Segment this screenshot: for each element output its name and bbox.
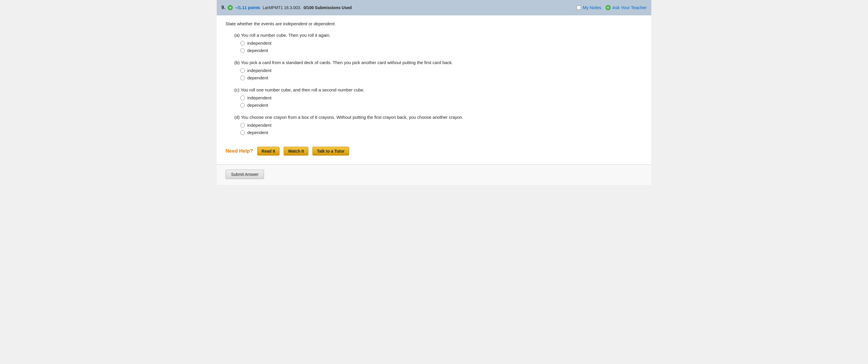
question-number: 9. — [221, 5, 225, 10]
ask-teacher-plus-icon: + — [606, 5, 611, 10]
page-wrapper: 9. + –/1.11 points LarMPMT1 16.3.003. 0/… — [217, 0, 651, 185]
sub-question-d: (d) You choose one crayon from a box of … — [225, 115, 643, 135]
radio-a-independent[interactable] — [240, 41, 245, 46]
submit-answer-button[interactable]: Submit Answer — [225, 170, 264, 179]
sub-question-a-text: (a) You roll a number cube. Then you rol… — [234, 33, 643, 38]
ask-teacher-button[interactable]: + Ask Your Teacher — [606, 5, 647, 10]
label-a-independent[interactable]: independent — [247, 40, 272, 46]
header-bar: 9. + –/1.11 points LarMPMT1 16.3.003. 0/… — [217, 0, 651, 15]
need-help-label: Need Help? — [225, 148, 253, 154]
label-d-dependent[interactable]: dependent — [247, 130, 268, 135]
submit-section: Submit Answer — [217, 165, 651, 185]
ask-teacher-label: Ask Your Teacher — [613, 5, 647, 10]
need-help-section: Need Help? Read It Watch It Talk to a Tu… — [225, 144, 643, 156]
watch-it-button[interactable]: Watch It — [284, 147, 308, 156]
submissions-text: 0/100 Submissions Used — [304, 5, 352, 10]
my-notes-button[interactable]: My Notes — [577, 5, 601, 10]
header-right: My Notes + Ask Your Teacher — [577, 5, 647, 10]
label-c-independent[interactable]: independent — [247, 95, 272, 100]
radio-c-independent[interactable] — [240, 95, 245, 100]
radio-b-dependent[interactable] — [240, 76, 245, 80]
radio-a-dependent[interactable] — [240, 48, 245, 53]
sub-question-b-text: (b) You pick a card from a standard deck… — [234, 60, 643, 65]
label-c-dependent[interactable]: dependent — [247, 103, 268, 108]
radio-option-d-dependent[interactable]: dependent — [234, 130, 643, 135]
label-a-dependent[interactable]: dependent — [247, 48, 268, 53]
radio-option-a-dependent[interactable]: dependent — [234, 48, 643, 53]
plus-icon: + — [227, 5, 233, 10]
content-area: State whether the events are independent… — [217, 15, 651, 164]
header-left: 9. + –/1.11 points LarMPMT1 16.3.003. 0/… — [221, 5, 352, 10]
problem-id: LarMPMT1 16.3.003. — [262, 5, 301, 10]
notes-checkbox-icon — [577, 6, 581, 10]
sub-question-a: (a) You roll a number cube. Then you rol… — [225, 33, 643, 53]
radio-option-b-independent[interactable]: independent — [234, 68, 643, 73]
label-b-dependent[interactable]: dependent — [247, 75, 268, 80]
label-d-independent[interactable]: independent — [247, 122, 272, 128]
radio-option-a-independent[interactable]: independent — [234, 40, 643, 46]
radio-d-dependent[interactable] — [240, 130, 245, 135]
radio-option-b-dependent[interactable]: dependent — [234, 75, 643, 80]
read-it-button[interactable]: Read It — [257, 147, 280, 156]
talk-to-tutor-button[interactable]: Talk to a Tutor — [312, 147, 349, 156]
points-text: –/1.11 points — [235, 5, 260, 10]
radio-c-dependent[interactable] — [240, 103, 245, 108]
sub-question-c: (c) You roll one number cube, and then r… — [225, 87, 643, 108]
sub-question-b: (b) You pick a card from a standard deck… — [225, 60, 643, 80]
sub-question-c-text: (c) You roll one number cube, and then r… — [234, 87, 643, 92]
label-b-independent[interactable]: independent — [247, 68, 272, 73]
my-notes-label: My Notes — [583, 5, 601, 10]
question-intro: State whether the events are independent… — [225, 21, 643, 26]
radio-option-c-independent[interactable]: independent — [234, 95, 643, 100]
radio-option-c-dependent[interactable]: dependent — [234, 103, 643, 108]
radio-d-independent[interactable] — [240, 123, 245, 128]
radio-b-independent[interactable] — [240, 68, 245, 73]
radio-option-d-independent[interactable]: independent — [234, 122, 643, 128]
sub-question-d-text: (d) You choose one crayon from a box of … — [234, 115, 643, 120]
